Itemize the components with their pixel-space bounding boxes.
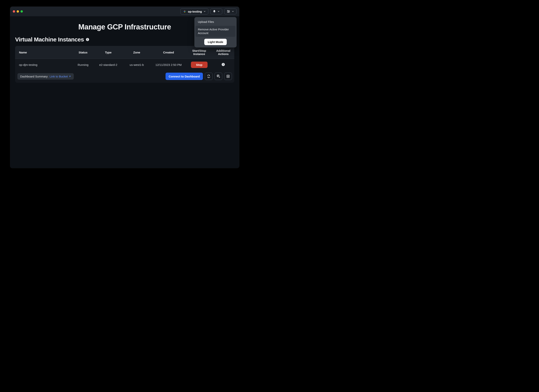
bucket-link-text: Link to Bucket [50,75,68,78]
svg-rect-10 [223,64,223,65]
cell-status: Running [72,59,94,71]
footer-actions: Connect to Dashboard [166,73,232,80]
vm-table: Name Status Type Zone Created Start/Stop… [15,46,234,71]
sync-icon [207,74,211,78]
project-selector[interactable]: op-testing [180,8,208,15]
cell-startstop: Stop [186,59,212,71]
col-startstop: Start/Stop Instance [186,46,212,59]
database-transfer-button[interactable] [215,73,222,80]
external-link-icon [68,75,71,78]
menu-item-upload-files[interactable]: Upload Files [196,18,236,26]
bucket-link[interactable]: Link to Bucket [50,75,71,78]
svg-point-4 [229,11,229,12]
svg-point-11 [223,63,223,64]
col-actions: Additional Actions [212,46,234,59]
table-row: op-djm-testing Running e2-standard-2 us-… [15,59,234,71]
col-zone: Zone [123,46,151,59]
vm-row-footer: Dashboard Summary: Link to Bucket Connec… [15,71,234,83]
col-type: Type [94,46,123,59]
settings-menu-button[interactable] [224,9,237,14]
section-title: Virtual Machine Instances [15,36,84,43]
cell-type: e2-standard-2 [94,59,123,71]
chevron-down-icon [232,10,234,13]
section-title-group: Virtual Machine Instances [15,36,89,43]
window-controls [13,10,23,13]
svg-point-5 [228,12,228,13]
list-box-icon [226,74,230,78]
dashboard-summary-chip: Dashboard Summary: Link to Bucket [17,73,74,80]
menu-item-remove-provider[interactable]: Remove Active Provider Account [196,26,236,37]
svg-point-3 [227,10,228,11]
logs-button[interactable] [224,73,232,80]
svg-rect-7 [87,39,88,40]
col-created: Created [151,46,186,59]
col-name: Name [15,46,72,59]
table-header-row: Name Status Type Zone Created Start/Stop… [15,46,234,59]
cell-actions [212,59,234,71]
svg-point-12 [217,75,219,76]
cell-created: 12/11/2023 2:50 PM [151,59,186,71]
bell-icon [213,10,216,13]
light-mode-toggle[interactable]: Light Mode [204,39,227,45]
notifications-button[interactable] [210,9,222,14]
close-window-button[interactable] [13,10,15,13]
project-label: op-testing [188,10,202,13]
settings-dropdown: Upload Files Remove Active Provider Acco… [194,17,237,48]
gcp-logo-icon [183,10,187,13]
vm-table-panel: Name Status Type Zone Created Start/Stop… [15,46,234,83]
app-window: op-testing [10,7,239,168]
cell-zone: us-west1-b [123,59,151,71]
database-arrow-icon [217,74,220,78]
svg-point-8 [87,39,88,39]
chevron-down-icon [217,10,220,13]
minimize-window-button[interactable] [17,10,19,13]
cell-name: op-djm-testing [15,59,72,71]
summary-label: Dashboard Summary: [20,75,48,78]
connect-dashboard-button[interactable]: Connect to Dashboard [166,73,203,80]
sliders-icon [227,10,230,13]
row-info-icon[interactable] [221,63,225,66]
window-titlebar: op-testing [10,7,239,16]
stop-button[interactable]: Stop [191,62,207,68]
chevron-down-icon [203,10,206,13]
sync-button[interactable] [205,73,212,80]
maximize-window-button[interactable] [20,10,23,13]
info-icon[interactable] [86,38,89,41]
header-actions: op-testing [180,8,237,15]
col-status: Status [72,46,94,59]
